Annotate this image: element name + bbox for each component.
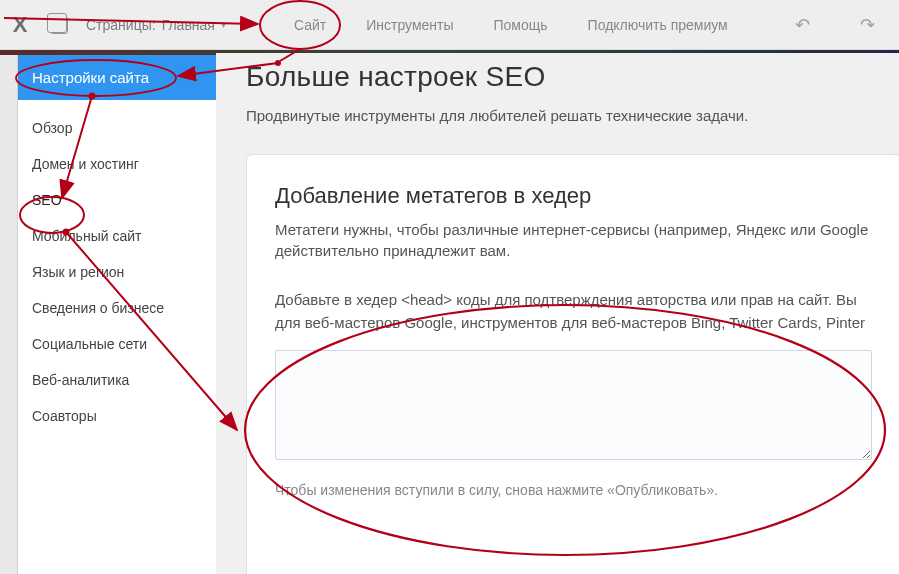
metatags-card: Добавление метатегов в хедер Метатеги ну…	[246, 154, 899, 574]
sidebar-item-language[interactable]: Язык и регион	[18, 254, 216, 290]
card-heading: Добавление метатегов в хедер	[275, 183, 872, 209]
sidebar-item-analytics[interactable]: Веб-аналитика	[18, 362, 216, 398]
redo-icon[interactable]: ↷	[860, 14, 875, 36]
metatags-input[interactable]	[275, 350, 872, 460]
sidebar-item-coauthors[interactable]: Соавторы	[18, 398, 216, 434]
pages-selector[interactable]: Страницы: Главная ▾	[86, 17, 226, 33]
sidebar-item-social[interactable]: Социальные сети	[18, 326, 216, 362]
page-subtitle: Продвинутые инструменты для любителей ре…	[246, 107, 899, 124]
current-page-name: Главная	[162, 17, 215, 33]
undo-icon[interactable]: ↶	[795, 14, 810, 36]
card-note: Чтобы изменения вступили в силу, снова н…	[275, 482, 872, 498]
top-toolbar: X Страницы: Главная ▾ Сайт Инструменты П…	[0, 0, 899, 50]
menu-tools[interactable]: Инструменты	[366, 17, 453, 33]
card-paragraph-1: Метатеги нужны, чтобы различные интернет…	[275, 219, 872, 261]
sidebar-item-business[interactable]: Сведения о бизнесе	[18, 290, 216, 326]
card-paragraph-2: Добавьте в хедер <head> коды для подтвер…	[275, 289, 872, 334]
settings-header-label: Настройки сайта	[32, 69, 149, 86]
chevron-down-icon: ▾	[221, 19, 226, 30]
menu-help[interactable]: Помощь	[494, 17, 548, 33]
page-title: Больше настроек SEO	[246, 53, 899, 93]
settings-header: Настройки сайта	[18, 55, 216, 100]
left-column: Настройки сайта Обзор Домен и хостинг SE…	[18, 55, 216, 574]
sidebar-item-mobile[interactable]: Мобильный сайт	[18, 218, 216, 254]
menu-premium[interactable]: Подключить премиум	[588, 17, 728, 33]
settings-sidebar: Обзор Домен и хостинг SEO Мобильный сайт…	[18, 100, 216, 574]
sidebar-item-overview[interactable]: Обзор	[18, 110, 216, 146]
pages-stack-icon[interactable]	[50, 16, 68, 34]
content-area: Больше настроек SEO Продвинутые инструме…	[216, 55, 899, 574]
logo: X	[8, 13, 32, 37]
sidebar-item-domain[interactable]: Домен и хостинг	[18, 146, 216, 182]
side-rail	[0, 55, 18, 574]
sidebar-item-seo[interactable]: SEO	[18, 182, 216, 218]
pages-label: Страницы:	[86, 17, 156, 33]
main-area: Настройки сайта Обзор Домен и хостинг SE…	[0, 55, 899, 574]
menu-site[interactable]: Сайт	[294, 17, 326, 33]
top-menu: Сайт Инструменты Помощь Подключить преми…	[294, 17, 728, 33]
